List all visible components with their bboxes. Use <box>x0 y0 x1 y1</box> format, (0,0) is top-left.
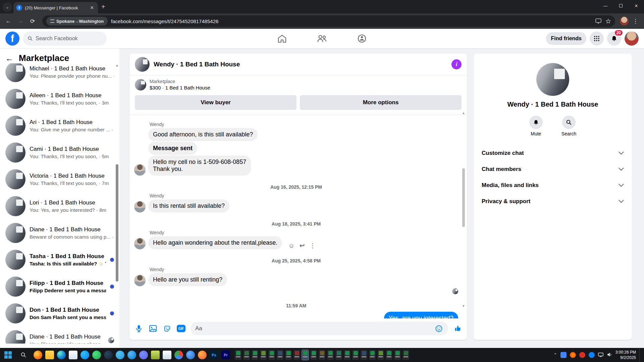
find-friends-button[interactable]: Find friends <box>546 32 586 45</box>
edge-taskbar-icon[interactable] <box>57 351 66 359</box>
conversation-item[interactable]: Tasha · 1 Bed 1 Bath HouseTasha: Is this… <box>3 246 117 273</box>
taskbar-window-tile[interactable] <box>293 350 300 360</box>
taskbar-window-tile[interactable] <box>386 350 392 360</box>
taskbar-window-tile[interactable] <box>277 350 283 360</box>
premiere-taskbar-icon[interactable]: Pr <box>221 351 230 359</box>
details-section-privacy-support[interactable]: Privacy & support <box>479 193 627 209</box>
taskbar-window-tile[interactable] <box>310 350 317 360</box>
conversation-item[interactable]: Filipp · 1 Bed 1 Bath HouseFilipp Dedere… <box>3 273 117 300</box>
steam-taskbar-icon[interactable] <box>104 351 113 359</box>
search-in-conversation-button[interactable]: Search <box>561 116 576 136</box>
taskbar-window-tile[interactable] <box>302 350 309 360</box>
apps-menu-button[interactable] <box>590 32 604 46</box>
site-settings-chip[interactable]: Spokane→Washington <box>46 17 108 25</box>
sticker-icon[interactable] <box>162 324 172 333</box>
gif-icon[interactable]: GIF <box>176 324 186 333</box>
file-explorer-taskbar-icon[interactable] <box>45 351 54 359</box>
voice-clip-icon[interactable] <box>134 324 144 333</box>
bookmark-star-icon[interactable] <box>605 18 611 24</box>
browser-profile-avatar[interactable] <box>620 17 629 25</box>
browser-menu-icon[interactable]: ⋮ <box>631 16 641 26</box>
address-bar[interactable]: Spokane→Washington facebook.com/messages… <box>42 15 615 27</box>
url-text[interactable]: facebook.com/messages/t/2475452081748542… <box>111 18 592 24</box>
incoming-message-bubble[interactable]: Hello are you still renting? <box>148 273 227 286</box>
back-button[interactable]: ← <box>3 16 13 26</box>
taskbar-window-tile[interactable] <box>268 350 275 360</box>
chat-scrollbar-thumb[interactable] <box>462 168 465 227</box>
taskbar-search-icon[interactable] <box>17 349 30 361</box>
taskbar-window-tile[interactable] <box>260 350 267 360</box>
taskbar-window-tile[interactable] <box>235 350 241 360</box>
conversation-item[interactable]: Ari · 1 Bed 1 Bath HouseYou: Give me you… <box>3 112 117 139</box>
conversation-item[interactable]: Don · 1 Bed 1 Bath HouseDon Sam Flash se… <box>3 300 117 327</box>
listing-summary[interactable]: Marketplace $300 · 1 Bed 1 Bath House <box>129 75 467 92</box>
photoshop-taskbar-icon[interactable]: Ps <box>210 351 218 359</box>
sidebar-scrollbar[interactable]: ▲ <box>115 64 119 348</box>
incoming-message-bubble[interactable]: Good afternoon, is this still available? <box>148 128 258 141</box>
discord-taskbar-icon[interactable] <box>139 351 148 359</box>
window-minimize-button[interactable]: — <box>598 0 613 11</box>
chat-scrollbar[interactable]: ▲ ▼ <box>461 111 466 308</box>
taskbar-window-tile[interactable] <box>402 350 409 360</box>
start-button[interactable] <box>1 349 15 361</box>
taskbar-window-tile[interactable] <box>252 350 258 360</box>
taskbar-window-tile[interactable] <box>285 350 292 360</box>
tray-app-icon-1[interactable] <box>560 352 567 358</box>
taskbar-clock[interactable]: 3:00:26 PM 9/2/2025 <box>615 350 636 360</box>
brave-taskbar-icon[interactable] <box>198 351 207 359</box>
conversation-info-button[interactable]: i <box>451 59 462 69</box>
profile-avatar[interactable] <box>625 32 639 46</box>
chrome-taskbar-icon[interactable] <box>174 351 183 359</box>
tray-overflow-chevron-icon[interactable]: ⌃ <box>554 353 557 357</box>
conversation-item[interactable]: Aileen · 1 Bed 1 Bath HouseYou: Thanks, … <box>3 85 117 112</box>
facebook-logo[interactable]: f <box>5 32 19 46</box>
conversation-item[interactable]: Victoria · 1 Bed 1 Bath HouseYou: Thanks… <box>3 166 117 193</box>
incoming-message-bubble[interactable]: Hello my cell no is 1-509-608-0857 Thank… <box>148 156 251 176</box>
scroll-up-arrow-icon[interactable]: ▲ <box>115 64 119 67</box>
notepad-taskbar-icon[interactable] <box>163 351 171 359</box>
outgoing-message-bubble[interactable]: Yes, are you interested? <box>384 312 458 318</box>
nav-home-tab[interactable] <box>277 34 287 43</box>
incoming-message-bubble[interactable]: Is this rental still available? <box>148 199 229 213</box>
tab-close-icon[interactable]: ✕ <box>89 5 95 10</box>
react-icon[interactable]: ☺ <box>288 242 294 249</box>
conversation-item[interactable]: Diane · 1 Bed 1 Bath HouseYou: Please pr… <box>3 327 117 344</box>
taskbar-window-tile[interactable] <box>361 350 367 360</box>
keepass-taskbar-icon[interactable] <box>151 351 160 359</box>
chat-avatar[interactable] <box>135 57 150 72</box>
firefox-taskbar-icon[interactable] <box>34 351 42 359</box>
sidebar-scrollbar-thumb[interactable] <box>116 164 118 282</box>
mute-button[interactable]: Mute <box>529 116 543 136</box>
cast-icon[interactable] <box>595 18 601 24</box>
incoming-message-bubble[interactable]: Message sent <box>148 142 197 155</box>
network-icon[interactable] <box>598 352 603 358</box>
chat-scroll-down-icon[interactable]: ▼ <box>461 304 466 308</box>
back-arrow-icon[interactable]: ← <box>5 54 13 63</box>
volume-icon[interactable] <box>607 352 612 358</box>
taskbar-window-tile[interactable] <box>344 350 351 360</box>
taskbar-window-tile[interactable] <box>319 350 325 360</box>
reply-icon[interactable]: ↩ <box>300 242 305 249</box>
taskbar-window-tile[interactable] <box>327 350 334 360</box>
browser-tab[interactable]: f (20) Messenger | Facebook ✕ <box>13 2 98 13</box>
skype-taskbar-icon[interactable] <box>127 351 136 359</box>
chat-scroll-up-icon[interactable]: ▲ <box>461 111 466 115</box>
taskbar-window-tile[interactable] <box>369 350 376 360</box>
taskbar-window-tile[interactable] <box>352 350 359 360</box>
view-buyer-button[interactable]: View buyer <box>135 95 297 110</box>
details-section-customize-chat[interactable]: Customize chat <box>479 145 627 161</box>
telegram-taskbar-icon[interactable] <box>116 351 124 359</box>
thumbs-up-icon[interactable] <box>453 324 462 333</box>
window-close-button[interactable]: ✕ <box>629 0 644 11</box>
tray-app-icon-3[interactable] <box>579 352 585 358</box>
new-tab-button[interactable]: + <box>101 3 105 11</box>
attach-image-icon[interactable] <box>148 324 158 333</box>
nav-groups-tab[interactable] <box>357 34 367 43</box>
more-options-button[interactable]: More options <box>300 95 462 110</box>
taskbar-window-tile[interactable] <box>335 350 342 360</box>
taskbar-window-tile[interactable] <box>394 350 401 360</box>
app-blue-taskbar-icon[interactable] <box>186 351 195 359</box>
messenger-taskbar-icon[interactable] <box>80 351 89 359</box>
window-maximize-button[interactable] <box>613 0 629 11</box>
conversation-item[interactable]: Lori · 1 Bed 1 Bath HouseYou: Yes, are y… <box>3 193 117 220</box>
